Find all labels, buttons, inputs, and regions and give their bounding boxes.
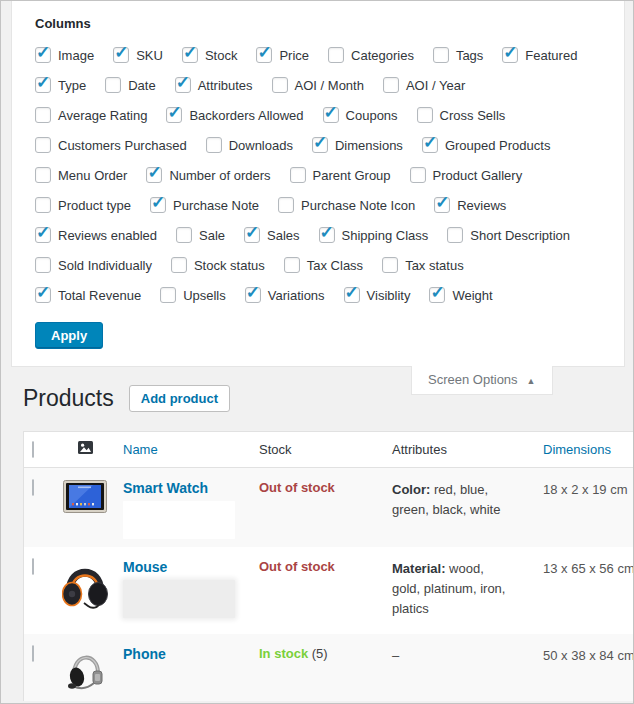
column-toggle-grouped-products[interactable]: Grouped Products [422, 137, 551, 153]
checkbox-unchecked[interactable] [35, 257, 51, 273]
add-product-button[interactable]: Add product [129, 385, 230, 412]
row-select-checkbox[interactable] [32, 558, 34, 575]
checkbox-checked[interactable] [35, 227, 51, 243]
column-toggle-purchase-note-icon[interactable]: Purchase Note Icon [278, 197, 415, 213]
column-toggle-short-description[interactable]: Short Description [447, 227, 570, 243]
checkbox-checked[interactable] [323, 107, 339, 123]
checkbox-checked[interactable] [502, 47, 518, 63]
checkbox-unchecked[interactable] [278, 197, 294, 213]
column-toggle-aoi-month[interactable]: AOI / Month [272, 77, 364, 93]
column-toggle-reviews[interactable]: Reviews [434, 197, 506, 213]
column-toggle-total-revenue[interactable]: Total Revenue [35, 287, 141, 303]
checkbox-checked[interactable] [113, 47, 129, 63]
column-toggle-coupons[interactable]: Coupons [323, 107, 398, 123]
checkbox-checked[interactable] [422, 137, 438, 153]
apply-button[interactable]: Apply [35, 322, 103, 349]
checkbox-unchecked[interactable] [206, 137, 222, 153]
sort-by-dimensions-link[interactable]: Dimensions [543, 442, 611, 457]
product-name-link[interactable]: Smart Watch [123, 480, 208, 496]
column-toggle-image[interactable]: Image [35, 47, 94, 63]
checkbox-unchecked[interactable] [160, 287, 176, 303]
checkbox-label: Downloads [229, 138, 293, 153]
product-name-link[interactable]: Phone [123, 646, 166, 662]
column-toggle-sales[interactable]: Sales [244, 227, 300, 243]
checkbox-checked[interactable] [244, 227, 260, 243]
column-toggle-sku[interactable]: SKU [113, 47, 163, 63]
sort-by-name-link[interactable]: Name [123, 442, 158, 457]
column-toggle-number-of-orders[interactable]: Number of orders [146, 167, 270, 183]
column-toggle-featured[interactable]: Featured [502, 47, 577, 63]
checkbox-checked[interactable] [175, 77, 191, 93]
checkbox-unchecked[interactable] [382, 257, 398, 273]
column-toggle-type[interactable]: Type [35, 77, 86, 93]
checkbox-checked[interactable] [319, 227, 335, 243]
column-toggle-purchase-note[interactable]: Purchase Note [150, 197, 259, 213]
column-toggle-weight[interactable]: Weight [429, 287, 492, 303]
checkbox-checked[interactable] [35, 287, 51, 303]
column-toggle-product-type[interactable]: Product type [35, 197, 131, 213]
column-toggle-cross-sells[interactable]: Cross Sells [417, 107, 506, 123]
checkbox-checked[interactable] [150, 197, 166, 213]
column-toggle-stock[interactable]: Stock [182, 47, 238, 63]
column-toggle-tax-class[interactable]: Tax Class [284, 257, 363, 273]
checkbox-unchecked[interactable] [417, 107, 433, 123]
column-toggle-attributes[interactable]: Attributes [175, 77, 253, 93]
checkbox-checked[interactable] [146, 167, 162, 183]
checkbox-unchecked[interactable] [284, 257, 300, 273]
checkbox-unchecked[interactable] [290, 167, 306, 183]
column-toggle-stock-status[interactable]: Stock status [171, 257, 265, 273]
column-toggle-tax-status[interactable]: Tax status [382, 257, 464, 273]
checkbox-unchecked[interactable] [35, 137, 51, 153]
checkbox-checked[interactable] [35, 77, 51, 93]
column-toggle-parent-group[interactable]: Parent Group [290, 167, 391, 183]
column-toggle-date[interactable]: Date [105, 77, 155, 93]
column-toggle-visiblity[interactable]: Visiblity [344, 287, 411, 303]
column-toggle-variations[interactable]: Variations [245, 287, 325, 303]
column-toggle-aoi-year[interactable]: AOI / Year [383, 77, 465, 93]
column-toggle-sale[interactable]: Sale [176, 227, 225, 243]
column-toggle-sold-individually[interactable]: Sold Individually [35, 257, 152, 273]
checkbox-checked[interactable] [312, 137, 328, 153]
row-select-checkbox[interactable] [32, 645, 34, 662]
column-toggle-reviews-enabled[interactable]: Reviews enabled [35, 227, 157, 243]
checkbox-unchecked[interactable] [35, 167, 51, 183]
checkbox-unchecked[interactable] [35, 107, 51, 123]
checkbox-checked[interactable] [344, 287, 360, 303]
row-select-checkbox[interactable] [32, 479, 34, 496]
checkbox-checked[interactable] [434, 197, 450, 213]
checkbox-checked[interactable] [245, 287, 261, 303]
checkbox-unchecked[interactable] [176, 227, 192, 243]
column-toggle-upsells[interactable]: Upsells [160, 287, 226, 303]
checkbox-checked[interactable] [166, 107, 182, 123]
column-toggle-downloads[interactable]: Downloads [206, 137, 293, 153]
column-toggle-average-rating[interactable]: Average Rating [35, 107, 147, 123]
column-toggle-customers-purchased[interactable]: Customers Purchased [35, 137, 187, 153]
gray-headset-thumbnail[interactable] [65, 646, 105, 694]
checkbox-unchecked[interactable] [447, 227, 463, 243]
checkbox-unchecked[interactable] [105, 77, 121, 93]
screen-options-tab[interactable]: Screen Options▲ [411, 366, 553, 395]
checkbox-checked[interactable] [429, 287, 445, 303]
select-all-checkbox[interactable] [32, 441, 34, 458]
column-toggle-categories[interactable]: Categories [328, 47, 414, 63]
column-toggle-product-gallery[interactable]: Product Gallery [410, 167, 523, 183]
checkbox-checked[interactable] [256, 47, 272, 63]
column-toggle-backorders-allowed[interactable]: Backorders Allowed [166, 107, 303, 123]
checkbox-unchecked[interactable] [35, 197, 51, 213]
column-toggle-menu-order[interactable]: Menu Order [35, 167, 127, 183]
product-name-link[interactable]: Mouse [123, 559, 167, 575]
smart-watch-thumbnail[interactable] [63, 480, 107, 513]
checkbox-checked[interactable] [182, 47, 198, 63]
checkbox-unchecked[interactable] [410, 167, 426, 183]
checkbox-unchecked[interactable] [383, 77, 399, 93]
column-toggle-price[interactable]: Price [256, 47, 309, 63]
column-toggle-tags[interactable]: Tags [433, 47, 483, 63]
checkbox-unchecked[interactable] [272, 77, 288, 93]
checkbox-unchecked[interactable] [433, 47, 449, 63]
checkbox-checked[interactable] [35, 47, 51, 63]
column-toggle-shipping-class[interactable]: Shipping Class [319, 227, 429, 243]
checkbox-unchecked[interactable] [171, 257, 187, 273]
checkbox-unchecked[interactable] [328, 47, 344, 63]
gaming-headset-thumbnail[interactable] [62, 559, 108, 611]
column-toggle-dimensions[interactable]: Dimensions [312, 137, 403, 153]
